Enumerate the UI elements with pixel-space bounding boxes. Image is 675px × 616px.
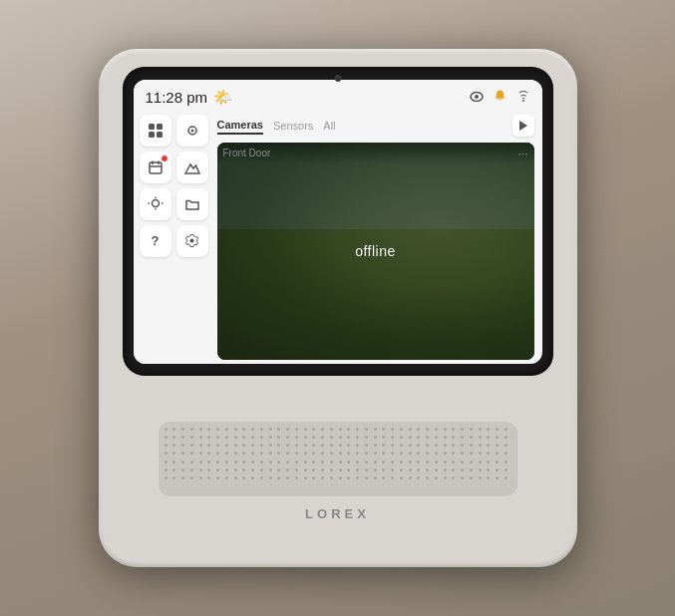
bell-icon[interactable] xyxy=(494,88,506,106)
sidebar-btn-folder[interactable] xyxy=(176,188,208,220)
grille-dot xyxy=(199,436,202,439)
sidebar-btn-calendar[interactable] xyxy=(140,152,171,183)
grille-dot xyxy=(426,436,429,439)
grille-dot xyxy=(435,444,438,447)
grille-dot xyxy=(417,476,420,479)
grille-dot xyxy=(339,476,342,479)
grille-dot xyxy=(251,436,254,439)
grille-dot xyxy=(286,461,289,463)
grille-dot xyxy=(487,461,490,463)
grille-dot xyxy=(347,461,350,463)
grille-dot xyxy=(330,444,333,447)
grille-dot xyxy=(216,476,219,479)
grille-dot xyxy=(190,476,193,479)
grille-dot xyxy=(321,436,324,439)
grille-dot xyxy=(165,468,168,471)
grille-dot xyxy=(234,428,237,431)
grille-dot xyxy=(304,468,307,471)
grille-dot xyxy=(295,452,298,455)
grille-dot xyxy=(374,476,377,479)
sidebar-btn-settings[interactable] xyxy=(176,225,208,257)
grille-dot xyxy=(312,428,315,431)
grille-dot xyxy=(487,468,490,471)
grille-dot xyxy=(190,428,193,431)
grille-dot xyxy=(172,461,175,463)
grille-dot xyxy=(444,444,447,447)
tab-sensors[interactable]: Sensors xyxy=(273,118,313,134)
grille-dot xyxy=(479,476,482,479)
offline-overlay: offline xyxy=(217,143,534,360)
grille-dot xyxy=(347,444,350,447)
grille-dot xyxy=(330,461,333,463)
svg-rect-5 xyxy=(157,132,163,138)
grille-dot xyxy=(426,452,429,455)
tab-cameras[interactable]: Cameras xyxy=(217,117,263,135)
svg-rect-8 xyxy=(150,162,162,173)
grille-dot xyxy=(242,452,245,455)
sidebar-btn-grid[interactable] xyxy=(140,115,171,147)
grille-dot xyxy=(356,468,359,471)
speaker-area: LOREX xyxy=(139,376,537,567)
grille-dot xyxy=(496,468,499,471)
grille-dot xyxy=(321,428,324,431)
grille-dot xyxy=(330,428,333,431)
grille-dot xyxy=(479,444,482,447)
grille-dot xyxy=(356,428,359,431)
grille-dot xyxy=(470,476,473,479)
sidebar-row-3 xyxy=(140,188,207,220)
grille-dot xyxy=(295,428,298,431)
grille-dot xyxy=(172,476,175,479)
svg-point-12 xyxy=(152,199,159,206)
grille-dot xyxy=(356,444,359,447)
grille-dot xyxy=(505,461,507,463)
offline-status: offline xyxy=(355,243,396,259)
grille-dot xyxy=(181,468,184,471)
grille-dot xyxy=(312,452,315,455)
grille-dot xyxy=(269,428,272,431)
tab-all[interactable]: All xyxy=(323,118,335,134)
sidebar-btn-camera[interactable] xyxy=(176,115,208,147)
grille-dot xyxy=(400,452,403,455)
grille-dot xyxy=(382,428,385,431)
svg-point-1 xyxy=(475,95,479,99)
grille-dot xyxy=(199,452,202,455)
grille-dot xyxy=(190,461,193,463)
grille-dot xyxy=(286,452,289,455)
grille-dot xyxy=(444,452,447,455)
grille-dot xyxy=(269,468,272,471)
grille-dot xyxy=(452,461,455,463)
eye-icon[interactable] xyxy=(470,88,484,106)
grille-dot xyxy=(365,476,368,479)
grille-dot xyxy=(339,428,342,431)
grille-dot xyxy=(435,452,438,455)
grille-dot xyxy=(207,452,210,455)
grille-dot xyxy=(207,476,210,479)
grille-dot xyxy=(356,476,359,479)
play-button[interactable] xyxy=(512,115,534,137)
sidebar-btn-weather[interactable] xyxy=(140,188,171,220)
grille-dot xyxy=(444,436,447,439)
grille-dot xyxy=(190,436,193,439)
grille-dot xyxy=(339,452,342,455)
grille-dot xyxy=(400,436,403,439)
grille-dot xyxy=(444,468,447,471)
grille-dot xyxy=(444,476,447,479)
grille-dot xyxy=(461,468,464,471)
grille-dot xyxy=(400,476,403,479)
grille-dot xyxy=(347,452,350,455)
grille-dot xyxy=(260,452,263,455)
grille-dot xyxy=(207,428,210,431)
calendar-badge xyxy=(161,154,169,162)
grille-dot xyxy=(321,468,324,471)
grille-dot xyxy=(391,428,394,431)
svg-rect-2 xyxy=(149,124,155,130)
sidebar-btn-help[interactable]: ? xyxy=(140,225,171,257)
grille-dot xyxy=(374,461,377,463)
grille-dot xyxy=(435,468,438,471)
camera-card[interactable]: Front Door ··· offline xyxy=(217,143,534,360)
grille-dot xyxy=(251,476,254,479)
sidebar-btn-mountain[interactable] xyxy=(176,152,208,183)
grille-dot xyxy=(435,461,438,463)
grille-dot xyxy=(269,436,272,439)
grille-dot xyxy=(461,428,464,431)
